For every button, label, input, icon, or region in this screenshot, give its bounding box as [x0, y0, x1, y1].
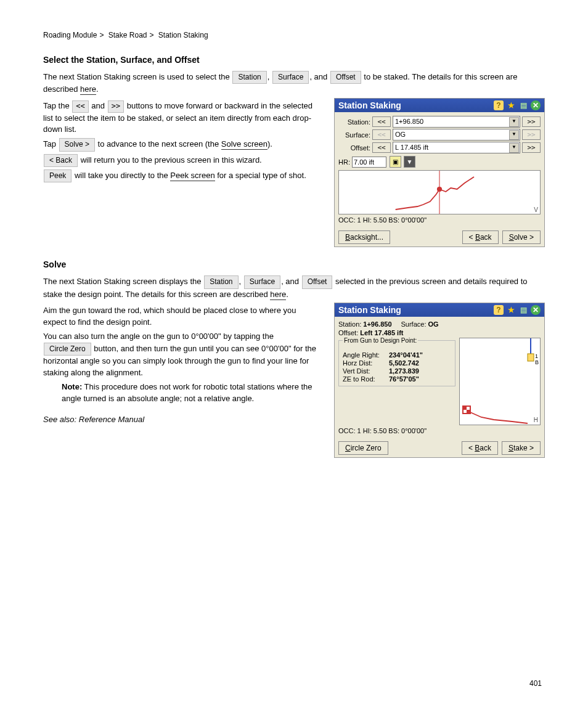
next-station-button[interactable]: >>	[522, 116, 541, 127]
help-icon[interactable]: ?	[494, 100, 504, 110]
svg-rect-7	[463, 406, 467, 410]
panel-station-staking-1: Station Staking ? ★ ▤ ✕ Station: << 1+96…	[334, 98, 545, 247]
status-bar: OCC: 1 HI: 5.50 BS: 0°00'00"	[338, 216, 541, 224]
text: Tap Solve > to advance to the next scree…	[43, 138, 319, 151]
help-icon[interactable]: ?	[494, 305, 504, 315]
close-icon[interactable]: ✕	[531, 100, 541, 110]
titlebar: Station Staking ? ★ ▤ ✕	[335, 303, 544, 317]
star-icon[interactable]: ★	[506, 305, 516, 315]
note: Note: This procedure does not work for r…	[62, 381, 319, 405]
text: < Back will return you to the previous s…	[43, 154, 319, 167]
offset-dropdown[interactable]: L 17.485 ift▼	[393, 142, 520, 153]
prev-button-inline: <<	[72, 100, 88, 112]
plan-map[interactable]: 1 B H	[459, 338, 541, 425]
text: Aim the gun toward the rod, which should…	[43, 305, 319, 328]
solve-button[interactable]: Solve >	[502, 230, 541, 244]
circle-zero-inline: Circle Zero	[44, 343, 91, 356]
close-icon[interactable]: ✕	[531, 305, 541, 315]
rod-icon[interactable]: ▣	[390, 156, 401, 168]
label-station: Station	[232, 71, 266, 84]
svg-point-1	[437, 187, 442, 192]
label-offset: Offset	[330, 71, 361, 84]
profile-graph[interactable]: V	[338, 170, 541, 214]
prev-offset-button[interactable]: <<	[372, 142, 391, 153]
text: Peek will take you directly to the Peek …	[43, 169, 319, 182]
solve-button-inline: Solve >	[59, 138, 95, 151]
header-offset: Offset:Left 17.485 ift	[338, 329, 541, 336]
link-here[interactable]: here	[80, 84, 96, 95]
text: You can also turn the angle on the gun t…	[43, 331, 319, 379]
prev-surface-button[interactable]: <<	[372, 129, 391, 140]
chevron-down-icon: ▼	[509, 130, 519, 140]
link-solve-screen[interactable]: Solve screen	[221, 139, 267, 150]
clipboard-icon[interactable]: ▤	[518, 305, 528, 315]
clipboard-icon[interactable]: ▤	[518, 100, 528, 110]
text: Tap the << and >> buttons to move forwar…	[43, 100, 319, 136]
hr-input[interactable]: 7.00 ift	[352, 157, 386, 168]
label-surface: Surface	[272, 71, 309, 84]
circle-zero-button[interactable]: Circle Zero	[338, 441, 388, 455]
h-label: H	[534, 417, 538, 423]
next-button-inline: >>	[108, 100, 124, 112]
next-surface-button[interactable]: >>	[522, 129, 541, 140]
see-also: See also: Reference Manual	[43, 414, 319, 426]
text: The next Station Staking screen displays…	[43, 275, 545, 300]
heading-solve: Solve	[43, 259, 545, 269]
dropdown-icon[interactable]: ▼	[404, 156, 415, 168]
label: Offset:	[338, 144, 370, 152]
link-here-2[interactable]: here	[270, 290, 286, 300]
label-station: Station	[204, 275, 238, 288]
svg-text:B: B	[535, 359, 539, 365]
backsight-button[interactable]: Backsight...	[338, 230, 390, 244]
prev-station-button[interactable]: <<	[372, 116, 391, 127]
titlebar: Station Staking ? ★ ▤ ✕	[335, 99, 544, 112]
star-icon[interactable]: ★	[506, 100, 516, 110]
back-button-inline: < Back	[44, 154, 78, 167]
panel-station-staking-2: Station Staking ? ★ ▤ ✕ Station:1+96.850…	[334, 303, 545, 458]
hr-label: HR:	[338, 158, 350, 166]
stake-button[interactable]: Stake >	[502, 441, 541, 455]
v-label: V	[534, 206, 538, 213]
header-values: Station:1+96.850 Surface:OG	[338, 320, 541, 328]
svg-rect-3	[528, 354, 534, 361]
text: The next Station Staking screen is used …	[43, 71, 545, 96]
chevron-down-icon: ▼	[509, 117, 519, 127]
label-offset: Offset	[302, 275, 333, 288]
label: Station:	[338, 118, 370, 126]
station-dropdown[interactable]: 1+96.850▼	[393, 116, 520, 128]
svg-rect-8	[467, 410, 470, 414]
fieldset-gun-to-design: From Gun to Design Point: Angle Right:23…	[338, 340, 455, 386]
heading-select: Select the Station, Surface, and Offset	[43, 55, 545, 65]
status-bar: OCC: 1 HI: 5.50 BS: 0°00'00"	[338, 427, 541, 434]
label: Surface:	[338, 131, 370, 139]
back-button[interactable]: < Back	[462, 441, 498, 455]
surface-dropdown[interactable]: OG▼	[393, 129, 520, 141]
svg-text:1: 1	[535, 353, 538, 359]
peek-button-inline: Peek	[44, 169, 71, 182]
breadcrumb: Roading Module> Stake Road> Station Stak…	[43, 31, 545, 39]
next-offset-button[interactable]: >>	[522, 142, 541, 153]
back-button[interactable]: < Back	[462, 230, 499, 244]
link-peek-screen[interactable]: Peek screen	[170, 171, 214, 181]
label-surface: Surface	[244, 275, 280, 288]
chevron-down-icon: ▼	[509, 143, 519, 153]
